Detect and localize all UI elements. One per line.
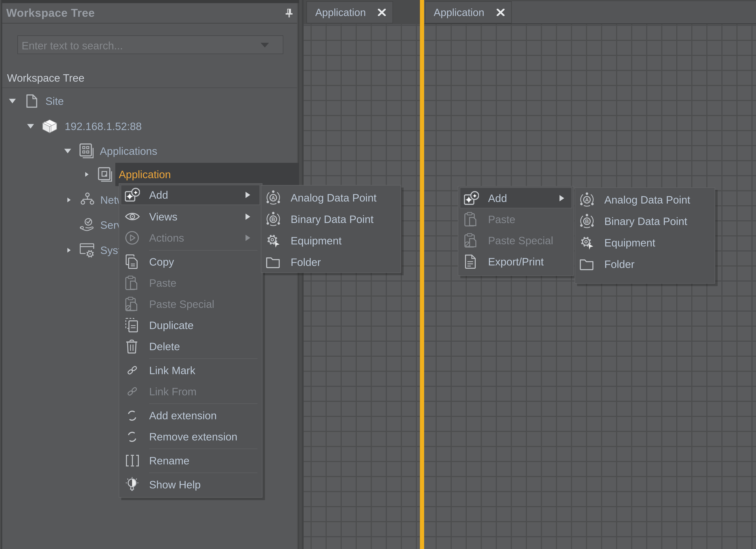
svg-text:B: B	[585, 218, 589, 224]
svg-text:A: A	[271, 195, 275, 201]
svg-text:A: A	[585, 197, 589, 203]
svg-text:B: B	[271, 216, 275, 222]
